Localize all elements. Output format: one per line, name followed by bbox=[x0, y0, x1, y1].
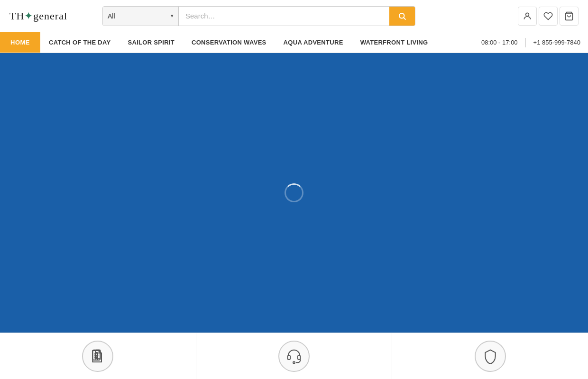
feature-icon-circle-0: $ bbox=[82, 341, 113, 372]
search-category-wrapper[interactable]: All Catch of the Day Sailor Spirit Conse… bbox=[103, 7, 179, 26]
svg-rect-12 bbox=[298, 355, 300, 359]
nav-divider bbox=[525, 38, 526, 47]
document-icon: $ bbox=[90, 349, 105, 364]
loading-spinner bbox=[285, 183, 303, 202]
logo-th: TH bbox=[9, 10, 24, 22]
feature-icon-circle-1 bbox=[278, 341, 310, 372]
search-bar: All Catch of the Day Sailor Spirit Conse… bbox=[102, 6, 415, 26]
svg-point-2 bbox=[526, 13, 529, 16]
user-icon bbox=[523, 11, 532, 21]
features-row: $ bbox=[0, 333, 588, 379]
shield-icon bbox=[483, 349, 498, 364]
svg-point-0 bbox=[399, 13, 404, 18]
search-input[interactable] bbox=[179, 7, 389, 26]
feature-item-2 bbox=[392, 333, 588, 379]
main-nav: HOME CATCH OF THE DAY SAILOR SPIRIT CONS… bbox=[0, 32, 588, 53]
search-icon bbox=[398, 12, 406, 20]
logo-text: TH✦general bbox=[9, 10, 67, 22]
cart-icon-button[interactable] bbox=[560, 7, 579, 26]
nav-item-waterfront[interactable]: WATERFRONT LIVING bbox=[352, 32, 437, 53]
header-icons bbox=[518, 7, 579, 26]
svg-text:$: $ bbox=[95, 355, 98, 360]
cart-icon bbox=[564, 11, 574, 21]
logo-symbol: ✦ bbox=[24, 10, 33, 22]
nav-item-sailor[interactable]: SAILOR SPIRIT bbox=[119, 32, 183, 53]
wishlist-icon-button[interactable] bbox=[539, 7, 558, 26]
svg-rect-11 bbox=[288, 355, 290, 359]
nav-item-conservation[interactable]: CONSERVATION WAVES bbox=[183, 32, 275, 53]
feature-item-0: $ bbox=[0, 333, 196, 379]
heart-icon bbox=[543, 11, 553, 21]
nav-spacer bbox=[436, 32, 474, 53]
feature-item-1 bbox=[196, 333, 393, 379]
headset-icon bbox=[286, 349, 302, 364]
feature-icon-circle-2 bbox=[475, 341, 506, 372]
phone-number: +1 855-999-7840 bbox=[533, 39, 580, 46]
user-icon-button[interactable] bbox=[518, 7, 537, 26]
site-header: TH✦general All Catch of the Day Sailor S… bbox=[0, 0, 588, 32]
nav-item-aqua[interactable]: AQUA ADVENTURE bbox=[275, 32, 352, 53]
business-hours: 08:00 - 17:00 bbox=[481, 39, 518, 46]
nav-info: 08:00 - 17:00 +1 855-999-7840 bbox=[474, 32, 588, 53]
search-category-select[interactable]: All Catch of the Day Sailor Spirit Conse… bbox=[108, 12, 169, 20]
svg-line-1 bbox=[404, 18, 405, 19]
hero-section bbox=[0, 53, 588, 333]
logo-general: general bbox=[33, 10, 67, 22]
nav-item-home[interactable]: HOME bbox=[0, 32, 40, 53]
logo[interactable]: TH✦general bbox=[9, 10, 95, 22]
search-button[interactable] bbox=[389, 7, 415, 26]
svg-point-13 bbox=[293, 361, 295, 363]
nav-item-catch[interactable]: CATCH OF THE DAY bbox=[40, 32, 119, 53]
